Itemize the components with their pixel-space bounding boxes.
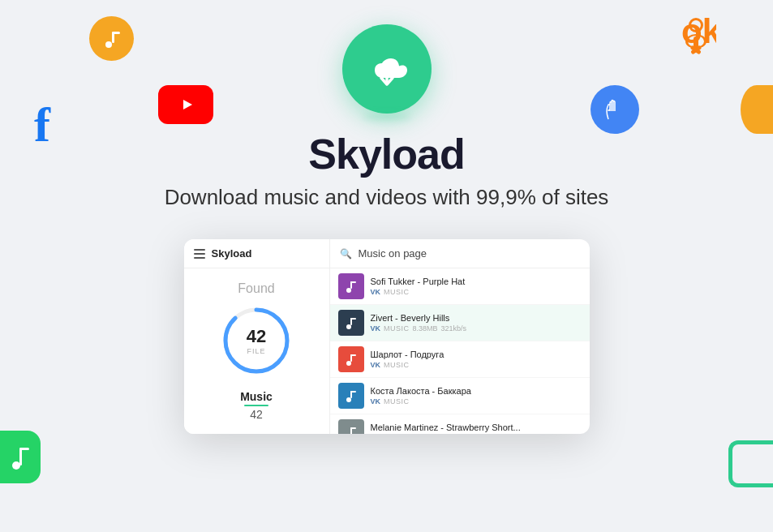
track-thumbnail — [338, 346, 364, 372]
svg-point-1 — [105, 41, 112, 48]
right-panel-title: Music on page — [359, 247, 427, 260]
left-panel-title: Skyload — [212, 247, 252, 260]
track-item[interactable]: Melanie Martinez - Strawberry Short...VK… — [330, 414, 590, 434]
svg-rect-13 — [19, 448, 22, 466]
track-type: MUSIC — [384, 324, 410, 332]
file-count-chart: 42 FILE — [220, 304, 293, 377]
svg-rect-29 — [350, 391, 356, 393]
music-stat-label: Music — [240, 390, 273, 403]
svg-marker-0 — [183, 100, 192, 109]
vk-badge: VK — [371, 288, 381, 296]
circle-inner: 42 FILE — [247, 326, 266, 355]
left-panel-header: Skyload — [184, 239, 329, 268]
svg-text:ok: ok — [681, 12, 716, 50]
right-panel-header: 🔍 Music on page — [330, 239, 590, 268]
track-info: Zivert - Beverly HillsVKMUSIC8.38MB321kb… — [371, 313, 582, 332]
found-label: Found — [238, 281, 274, 296]
svg-point-27 — [346, 397, 351, 402]
main-content: Skyload Download music and videos with 9… — [0, 0, 773, 434]
track-thumbnail — [338, 310, 364, 336]
svg-rect-26 — [350, 354, 356, 356]
music-icon — [89, 16, 134, 61]
track-meta: VKMUSIC — [371, 397, 582, 405]
track-name: Шарлот - Подруга — [371, 350, 582, 359]
right-panel: 🔍 Music on page Sofi Tukker - Purple Hat… — [330, 239, 590, 434]
app-title: Skyload — [308, 130, 464, 178]
track-thumbnail — [338, 419, 364, 434]
frame-icon — [728, 440, 773, 487]
svg-rect-20 — [350, 281, 356, 283]
rockhand-icon — [590, 85, 639, 134]
track-name: Melanie Martinez - Strawberry Short... — [371, 423, 582, 432]
track-meta: VKMUSIC8.38MB321kb/s — [371, 324, 582, 332]
cloud-download-icon — [342, 24, 432, 114]
track-name: Sofi Tukker - Purple Hat — [371, 277, 582, 286]
track-item[interactable]: Zivert - Beverly HillsVKMUSIC8.38MB321kb… — [330, 305, 590, 341]
svg-point-21 — [346, 324, 351, 329]
left-panel: Skyload Found 42 FILE Music — [184, 239, 330, 434]
vk-badge: VK — [371, 397, 381, 405]
music-divider — [244, 405, 268, 406]
track-info: Sofi Tukker - Purple HatVKMUSIC — [371, 277, 582, 296]
track-type: MUSIC — [384, 397, 410, 405]
music-stats: Music 42 — [240, 390, 273, 421]
track-name: Коста Лакоста - Баккара — [371, 386, 582, 396]
youtube-icon — [158, 85, 213, 124]
track-info: Melanie Martinez - Strawberry Short...VK… — [371, 423, 582, 434]
track-bitrate: 321kb/s — [441, 324, 467, 332]
svg-point-24 — [346, 361, 351, 366]
svg-point-18 — [346, 288, 351, 293]
track-info: Коста Лакоста - БаккараVKMUSIC — [371, 386, 582, 405]
music-stat-count: 42 — [250, 408, 263, 421]
track-type: MUSIC — [384, 288, 410, 296]
svg-rect-14 — [19, 448, 29, 450]
svg-point-12 — [12, 461, 20, 470]
svg-rect-32 — [350, 427, 356, 429]
track-info: Шарлот - ПодругаVKMUSIC — [371, 350, 582, 369]
track-type: MUSIC — [384, 361, 410, 369]
track-item[interactable]: Коста Лакоста - БаккараVKMUSIC — [330, 378, 590, 414]
facebook-icon: f — [34, 97, 50, 153]
vk-badge: VK — [371, 361, 381, 369]
odnoklassniki-icon: ok — [676, 12, 716, 58]
track-list: Sofi Tukker - Purple HatVKMUSICZivert - … — [330, 268, 590, 434]
track-name: Zivert - Beverly Hills — [371, 313, 582, 323]
file-label: FILE — [247, 347, 265, 355]
track-item[interactable]: Шарлот - ПодругаVKMUSIC — [330, 341, 590, 378]
left-panel-body: Found 42 FILE Music 42 — [184, 268, 329, 434]
svg-rect-23 — [350, 318, 356, 320]
track-meta: VKMUSIC — [371, 288, 582, 296]
track-item[interactable]: Sofi Tukker - Purple HatVKMUSIC — [330, 268, 590, 305]
music-note-icon — [0, 431, 41, 483]
orange-circle-icon — [741, 85, 773, 134]
track-thumbnail — [338, 273, 364, 299]
vk-badge: VK — [371, 324, 381, 332]
file-count: 42 — [247, 326, 266, 347]
track-meta: VKMUSIC — [371, 361, 582, 369]
app-mockup: Skyload Found 42 FILE Music — [184, 239, 590, 434]
svg-rect-3 — [112, 32, 120, 34]
hamburger-icon[interactable] — [194, 249, 205, 259]
app-subtitle: Download music and videos with 99,9% of … — [165, 185, 609, 210]
track-thumbnail — [338, 383, 364, 409]
search-icon: 🔍 — [340, 248, 352, 260]
track-size: 8.38MB — [413, 324, 438, 332]
